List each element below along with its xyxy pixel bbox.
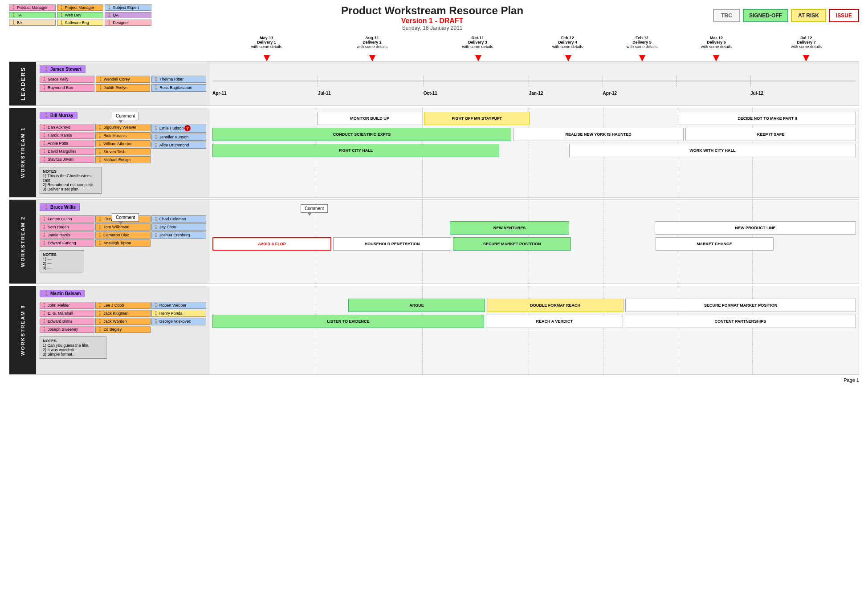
legend-item-wd: 🚶 Web Dev: [57, 12, 104, 18]
ws1-person-dan: 🚶Dan Ackroyd: [40, 124, 94, 131]
milestone-arrows-row: [214, 50, 859, 61]
ws3-label: WORKSTREAM 3: [9, 286, 36, 374]
ws1-person-ernie: 🚶Ernie Hudson?: [151, 124, 206, 133]
milestone-3: Feb-12 Delivery 4 with some details: [530, 36, 605, 49]
ws1-people-panel: 🚶Bill Murray Comment 🚶Dan Ackroyd 🚶Harol…: [36, 108, 210, 197]
ws2-people-panel: 🚶Bruce Willis Comment 🚶Fenton Quinn 🚶Set…: [36, 200, 210, 284]
ws1-task-realise: REALISE NEW YORK IS HAUNTED: [513, 128, 684, 141]
workstream3-section: WORKSTREAM 3 🚶Martin Balsam 🚶John Fielde…: [9, 286, 859, 375]
ws2-gantt-panel: Comment NEW VENTURES NEW PRODUCT LINE: [210, 200, 859, 284]
page-title: Product Workstream Resource Plan: [160, 4, 704, 17]
ws1-label: WORKSTREAM 1: [9, 108, 36, 197]
leader-person: 🚶 James Stewart: [40, 65, 86, 73]
arrow-5: [713, 55, 719, 61]
ws1-person-alice: 🚶Alice Drummond: [151, 142, 206, 149]
ws3-task-secure-format: SECURE FORMAT MARKET POSITION: [625, 299, 856, 312]
ws1-person-steven: 🚶Steven Tash: [95, 148, 150, 155]
ws3-person-jack-k: 🚶Jack Klugman: [95, 310, 150, 317]
badge-tbc: TBC: [713, 9, 740, 22]
ws2-person-joshua: 🚶Joshua Erenburg: [151, 231, 206, 239]
ws3-task-argue: ARGUE: [348, 299, 485, 312]
arrow-0: [264, 55, 270, 61]
ws2-task-secure: SECURE MARKET POSTITION: [453, 237, 571, 251]
ws2-task-market-change: MARKET CHANGE: [656, 237, 774, 251]
arrow-6: [803, 55, 809, 61]
ws3-person-jack-w: 🚶Jack Warden: [95, 318, 150, 325]
ws1-task-decide: DECIDE NOT TO MAKE PART II: [679, 112, 856, 125]
ws2-notes: NOTES 1) — 2) — 3) —: [40, 250, 84, 272]
ws2-task-new-ventures: NEW VENTURES: [450, 221, 569, 235]
ws3-notes: NOTES 1) Can you guess the film. 2) It w…: [40, 336, 106, 359]
legend-item-pjm: 🚶 Project Manager: [57, 4, 104, 11]
milestone-6: Jul-12 Delivery 7 with some details: [754, 36, 859, 49]
ws2-person-fenton: 🚶Fenton Quinn: [40, 215, 94, 223]
title-block: Product Workstream Resource Plan Version…: [151, 4, 713, 31]
legend-item-ba: 🚶 BA: [9, 20, 56, 26]
des-icon: 🚶: [107, 20, 112, 25]
ws1-person-harold: 🚶Harold Ramis: [40, 132, 94, 139]
ws1-task-work-city: WORK WITH CITY HALL: [569, 144, 856, 157]
ws3-task-listen: LISTEN TO EVIDENCE: [212, 315, 484, 328]
arrow-1: [369, 55, 375, 61]
ws2-person-analeigh: 🚶Analeigh Tipton: [95, 239, 150, 247]
se-icon: 🚶: [107, 5, 112, 10]
wd-icon: 🚶: [59, 13, 64, 17]
ws1-person-david: 🚶David Margulies: [40, 148, 94, 155]
legend-item-des: 🚶 Designer: [105, 20, 151, 26]
ws3-leader: 🚶Martin Balsam: [40, 290, 85, 297]
legend-item-seng: 🚶 Software Eng: [57, 20, 104, 26]
legend: 🚶 Product Manager 🚶 Project Manager 🚶 Su…: [9, 4, 151, 26]
page-number: Page 1: [9, 377, 859, 383]
ws1-person-rick: 🚶Rick Moranis: [95, 132, 150, 139]
ws2-leader: 🚶Bruce Willis: [40, 203, 80, 211]
milestone-1: Aug-11 Delivery 2 with some details: [319, 36, 425, 49]
badge-signed-off: SIGNED-OFF: [743, 9, 788, 22]
ws2-person-jay: 🚶Jay Chou: [151, 223, 206, 231]
ws1-task-monitor: MONITOR BUILD UP: [317, 112, 423, 125]
ws1-task-fight-mr: FIGHT OFF MR STAYPUFT: [424, 112, 530, 125]
ws3-person-john: 🚶John Fielder: [40, 302, 94, 309]
ws3-person-joseph: 🚶Joseph Sweeney: [40, 326, 94, 333]
legend-item-se: 🚶 Subject Expert: [105, 4, 151, 11]
arrow-2: [475, 55, 481, 61]
ws1-comment: Comment: [112, 112, 139, 120]
axis-label-4: Apr-12: [603, 91, 676, 96]
arrow-3: [565, 55, 571, 61]
workstream1-section: WORKSTREAM 1 🚶Bill Murray Comment 🚶Da: [9, 108, 859, 198]
leaders-section: LEADERS 🚶 James Stewart 🚶Grace Kelly 🚶We…: [9, 61, 859, 106]
badge-issue: ISSUE: [829, 9, 859, 22]
leader-person-grace: 🚶Grace Kelly: [40, 76, 94, 83]
ws3-task-double: DOUBLE FORMAT REACH: [487, 299, 623, 312]
ws3-person-henry: 🚶Henry Fonda: [151, 310, 206, 317]
leaders-gantt-panel: Apr-11 Jul-11 Oct-11 Jan-12 Apr-12 Jul-1…: [210, 62, 859, 105]
date-label: Sunday, 16 January 2011: [160, 25, 704, 31]
ws3-people-panel: 🚶Martin Balsam 🚶John Fielder 🚶E. G. Mars…: [36, 286, 210, 374]
ws1-person-jennifer: 🚶Jennifer Runyon: [151, 134, 206, 141]
leader-person-thelma: 🚶Thelma Ritter: [151, 76, 206, 83]
axis-label-3: Jan-12: [529, 91, 603, 96]
badge-at-risk: AT RISK: [791, 9, 826, 22]
axis-label-5: [676, 91, 750, 96]
milestone-header-area: May-11 Delivery 1 with some details Aug-…: [214, 36, 859, 49]
leader-person-judith: 🚶Judith Evelyn: [96, 84, 151, 92]
ws1-person-annie: 🚶Annie Potts: [40, 140, 94, 147]
ws3-person-eg: 🚶E. G. Marshall: [40, 310, 94, 317]
ws2-task-new-product: NEW PRODUCT LINE: [655, 221, 856, 235]
ws2-comment-gantt: Comment: [301, 204, 328, 213]
ws1-task-fight-city: FIGHT CITY HALL: [212, 144, 499, 157]
ws1-person-william: 🚶William Atherton: [95, 140, 150, 147]
ws2-label: WORKSTREAM 2: [9, 200, 36, 284]
ws3-task-content: CONTENT PARTNERSHIPS: [625, 315, 856, 328]
pm-icon: 🚶: [11, 5, 16, 10]
leaders-label: LEADERS: [9, 62, 36, 105]
arrow-4: [639, 55, 645, 61]
legend-item-qa: 🚶 QA: [105, 12, 151, 18]
ws1-person-michael: 🚶Michael Ensign: [95, 156, 150, 163]
ws1-task-keep: KEEP IT SAFE: [685, 128, 856, 141]
ws1-person-slavitza: 🚶Slavitza Jovan: [40, 156, 94, 163]
ws3-person-ed: 🚶Ed Begley: [95, 326, 150, 333]
axis-label-6: Jul-12: [750, 91, 856, 96]
seng-icon: 🚶: [59, 20, 64, 25]
ws3-task-reach: REACH A VERDICT: [486, 315, 623, 328]
ws1-gantt-panel: MONITOR BUILD UP FIGHT OFF MR STAYPUFT D…: [210, 108, 859, 197]
